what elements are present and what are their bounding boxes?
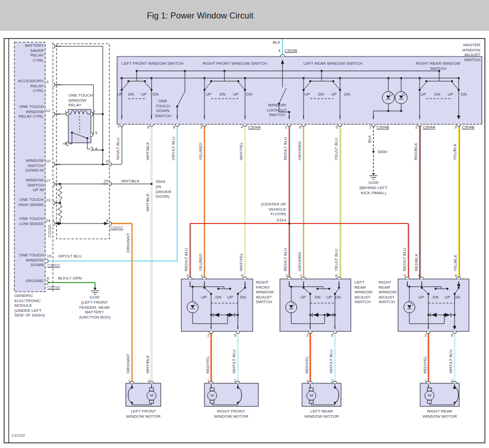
connector-c504b: C504B — [377, 125, 389, 130]
relay-pin1: 1 — [65, 109, 67, 115]
mpin-2b: 2 — [416, 125, 418, 130]
wire-label-wht-blk-h: WHT/BLK — [121, 179, 140, 184]
splice-s500: S500 — [378, 150, 387, 155]
gem-pin-accessory-num: 9 — [46, 80, 48, 85]
relay-pin5: 5 — [95, 130, 97, 136]
connector-c504a: C504A — [248, 125, 260, 130]
gem-pin-ground-label: GROUND — [25, 278, 44, 284]
wirelbl-gryltblu: GRY/LT BLU — [171, 137, 176, 160]
updn: UP — [304, 92, 310, 97]
wirelbl-yelltblu-lr: YEL/LT BLU — [334, 249, 339, 271]
wirelbl-redltblu: RED/LT BLU — [283, 137, 288, 161]
door-pin20: 20 — [104, 179, 108, 184]
relay-pin3: 3 — [65, 141, 67, 146]
connector-c201d: C201D — [47, 285, 60, 290]
wirelbl-redblk-rr: RED/BLK — [414, 254, 419, 271]
swrf-name: RIGHT FRONT WINDOW ADJUST SWITCH — [256, 280, 274, 305]
wirelbl-yelred-rf: YEL/RED — [198, 254, 203, 271]
motor-lf-name: LEFT FRONT WINDOW MOTOR — [126, 409, 161, 419]
wirelbl-yelblk-rr: YEL/BLK — [453, 255, 458, 271]
gem-pin-accessory-label: ACCESSORY RELAY CTRL — [18, 79, 44, 94]
updn: UP — [117, 92, 122, 97]
mpin-6a: 6 — [147, 125, 149, 130]
master-switch-name: MASTER WINDOW ADJUST SWITCH — [462, 43, 480, 62]
gem-pin-otwrelay-label: ONE TOUCH WINDOW RELAY CTRL — [18, 104, 44, 119]
section-right-front: RIGHT FRONT WINDOW SWITCH — [202, 61, 267, 66]
wirelbl-whtblk: WHT/BLK — [145, 142, 151, 160]
wirelbl-yelltblu: YEL/LT BLU — [334, 138, 339, 160]
updn: UP — [326, 295, 332, 300]
section-right-rear: RIGHT REAR WINDOW SWITCH — [413, 61, 464, 71]
wirelbl-whtblk-mid: WHT/BLK — [145, 193, 151, 212]
wirelbl-gryorg-lr: GRY/ORG — [297, 252, 303, 271]
section-left-front: LEFT FRONT WINDOW SWITCH — [122, 61, 183, 66]
splice-s314: S314 — [276, 218, 286, 223]
connector-c504a2: C504A — [423, 125, 435, 130]
updn: DN — [215, 295, 221, 300]
updn: DN — [344, 92, 350, 97]
wirelbl-whtltblu-rf: WHT/LT BLU — [232, 349, 237, 374]
updn: UP — [331, 92, 336, 97]
mpin-6b: 6 — [299, 125, 302, 130]
updn: DN — [318, 92, 324, 97]
updn: UP — [300, 295, 306, 300]
doc-number: 131242 — [11, 433, 25, 438]
updn: DN — [246, 92, 252, 97]
swlr-name: LEFT REAR WINDOW ADJUST SWITCH — [354, 280, 372, 305]
gem-pin-othigh-label: ONE TOUCH HIGH SENSE — [18, 197, 44, 207]
updn: DN — [461, 92, 467, 97]
wirelbl-redltblu-rf: RED/LT BLU — [184, 248, 189, 272]
connector-c504b-top: C504B — [285, 48, 297, 53]
swlr-pinb5: 5 — [331, 333, 333, 338]
motor-lr-pin2: 2 — [331, 379, 333, 384]
updn: DN — [454, 295, 460, 300]
wirelbl-redyel-lr: RED/YEL — [305, 356, 310, 374]
mpin-8: 8 — [173, 125, 175, 130]
updn: DN — [314, 295, 321, 300]
gem-pin-wswdown-num: 10 — [46, 159, 50, 164]
mpin-3b: 3 — [455, 125, 457, 130]
motor-rr-pin1: 1 — [425, 379, 427, 384]
wirelbl-redyel-rr: RED/YEL — [423, 356, 428, 374]
motor-rf-pin1: 1 — [208, 379, 210, 384]
wirelbl-yelred: YEL/RED — [198, 143, 203, 160]
ground-g100: G100 — [89, 295, 100, 300]
updn: UP — [201, 295, 206, 300]
swrr-pinb2: 2 — [425, 333, 427, 338]
gem-caption: GENERIC ELECTRONIC MODULE (UNDER LEFT SI… — [14, 293, 45, 318]
wirelbl-whtyel: WHT/YEL — [239, 142, 244, 160]
swlr-pinb2: 2 — [307, 333, 309, 338]
motor-lf-pin1: 1 — [128, 379, 130, 384]
swrr-pin1: 1 — [418, 273, 420, 278]
splice-s504: S504 — [156, 179, 165, 184]
updn: UP — [205, 92, 211, 97]
one-touch-down-switch-label: ONE TOUCH DOWN SWITCH — [155, 99, 171, 118]
wirelbl-whtltblu-lr: WHT/LT BLU — [329, 349, 334, 374]
mpin-2a: 2 — [369, 125, 371, 130]
updn: DN — [240, 295, 246, 300]
swlr-pin6: 6 — [335, 273, 337, 278]
swrf-pin6: 6 — [241, 273, 243, 278]
updn: DN — [128, 92, 134, 97]
motor-lf-pin2: 2 — [148, 379, 150, 384]
window-lockout-switch-label: WINDOW LOCKOUT SWITCH — [267, 103, 287, 118]
motor-rr-pin2: 2 — [451, 379, 453, 384]
wirelbl-gryorg: GRY/ORG — [297, 141, 303, 160]
gem-pin-otwrelay-num: 12 — [46, 108, 50, 114]
splice-s504-note: (IN DRIVER DOOR) — [156, 184, 171, 199]
wirelbl-redyel-rf: RED/YEL — [205, 356, 211, 374]
wirelbl-tan: TAN/LT BLU — [116, 138, 121, 160]
swrf-pinb5: 5 — [234, 333, 236, 338]
relay-label: ONE TOUCH WINDOW RELAY — [68, 93, 93, 108]
wirelbl-yelblk: YEL/BLK — [453, 144, 458, 160]
wiring-diagram-page: Fig 1: Power Window Circuit — [0, 0, 489, 448]
connector-c504b2: C504B — [462, 125, 474, 130]
wire-label-gry-ltblu: GRY/LT BLU — [58, 254, 82, 259]
gem-pin-ground-num: 6 — [47, 276, 49, 281]
master-top-pin: 4 — [278, 48, 280, 53]
wirelbl-orgwht: ORG/WHT — [126, 233, 131, 253]
updn: DN — [219, 92, 225, 97]
gem-pin-otlow-num: 24 — [46, 218, 50, 223]
ground-g200: G200 — [368, 180, 379, 185]
motor-lr-name: LEFT REAR WINDOW MOTOR — [305, 409, 339, 419]
